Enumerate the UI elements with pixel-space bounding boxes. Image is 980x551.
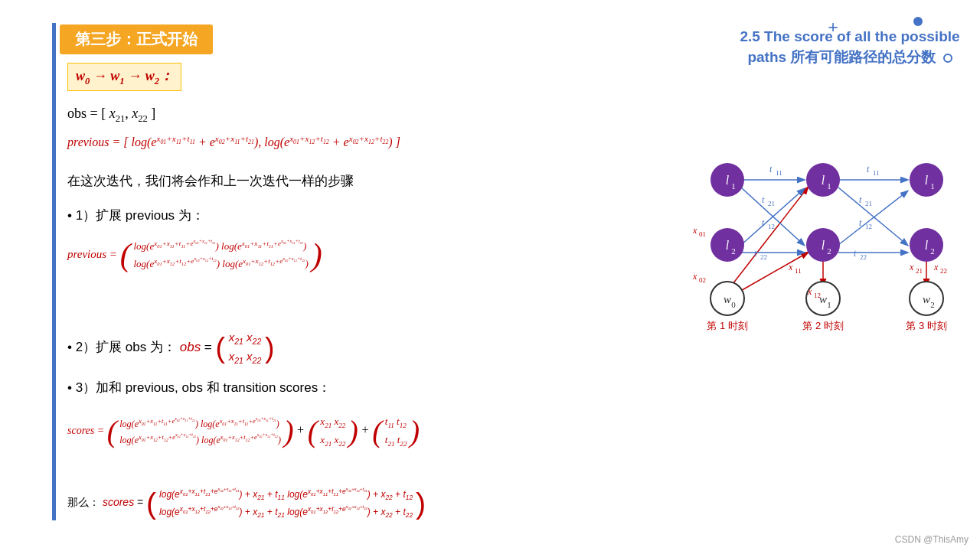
svg-text:t: t (762, 217, 765, 228)
svg-text:22: 22 (760, 253, 767, 261)
svg-text:x: x (807, 286, 812, 297)
svg-text:11: 11 (873, 169, 880, 177)
svg-text:2: 2 (731, 246, 736, 256)
svg-text:2: 2 (827, 246, 831, 256)
svg-text:21: 21 (865, 200, 872, 207)
svg-text:1: 1 (731, 181, 736, 191)
svg-text:1: 1 (827, 181, 831, 191)
svg-text:x: x (692, 225, 697, 236)
previous-line: previous = [ log(ex01+x11+t11 + ex02+x11… (67, 134, 400, 149)
svg-text:1: 1 (930, 181, 935, 191)
right-title-text: 2.5 The score of all the possible paths … (735, 27, 965, 67)
obs-line: obs = [ x21, x22 ] (67, 106, 155, 125)
svg-text:l: l (925, 239, 929, 252)
bullet-2-header: • 2）扩展 obs 为： obs = ( x21 x22 x21 x22 ) (67, 329, 274, 367)
svg-text:w: w (724, 293, 731, 305)
svg-text:第 3 时刻: 第 3 时刻 (906, 320, 946, 331)
svg-text:第 1 时刻: 第 1 时刻 (707, 320, 747, 331)
svg-text:x: x (692, 271, 697, 282)
w-sequence-label: w0 → w1 → w2： (67, 63, 181, 91)
svg-text:02: 02 (699, 276, 706, 284)
bullet-3-header: • 3）加和 previous, obs 和 transition scores… (67, 379, 331, 396)
previous-matrix-equation: previous = ( log(ex01+x11+t11+ex02+x11+t… (67, 237, 322, 272)
right-panel-title: 2.5 The score of all the possible paths … (735, 27, 965, 67)
left-accent-bar (52, 23, 56, 520)
bullet-1-header: • 1）扩展 previous 为： (67, 207, 204, 224)
w-sequence-text: w0 → w1 → w2： (76, 68, 173, 83)
svg-text:x: x (788, 262, 793, 272)
bullet-3-text: • 3）加和 previous, obs 和 transition scores… (67, 380, 331, 395)
iteration-description: 在这次迭代，我们将会作和上一次迭代一样的步骤 (67, 172, 354, 190)
svg-text:l: l (925, 174, 929, 187)
step-header: 第三步：正式开始 (60, 24, 213, 54)
svg-text:11: 11 (776, 169, 782, 177)
graph-diagram: l 1 l 2 l 1 l 2 l 1 l 2 w 0 w 1 w 2 t 11 (689, 103, 965, 341)
graph-svg: l 1 l 2 l 1 l 2 l 1 l 2 w 0 w 1 w 2 t 11 (689, 103, 965, 341)
svg-text:22: 22 (940, 267, 947, 275)
svg-text:11: 11 (795, 267, 802, 275)
svg-text:1: 1 (827, 300, 831, 309)
svg-text:l: l (726, 239, 730, 252)
svg-text:21: 21 (768, 200, 775, 207)
svg-text:第 2 时刻: 第 2 时刻 (802, 320, 843, 331)
scores-equation: scores = ( log(ex01+x11+t11+ex02+x11+t21… (67, 413, 420, 450)
dot-icon (913, 17, 923, 26)
svg-text:2: 2 (930, 246, 935, 256)
svg-text:l: l (822, 174, 825, 187)
svg-text:t: t (854, 248, 857, 259)
svg-text:t: t (762, 194, 765, 205)
svg-text:t: t (769, 164, 773, 174)
svg-text:t: t (867, 164, 870, 174)
svg-text:22: 22 (860, 253, 867, 261)
svg-text:l: l (726, 174, 730, 187)
iteration-text: 在这次迭代，我们将会作和上一次迭代一样的步骤 (67, 174, 354, 188)
watermark: CSDN @ThisAmy (895, 534, 969, 545)
circle-small (943, 54, 952, 63)
svg-text:01: 01 (699, 230, 706, 238)
svg-text:x: x (933, 262, 939, 272)
svg-text:l: l (822, 239, 825, 252)
step-label: 第三步：正式开始 (75, 31, 198, 47)
svg-text:21: 21 (916, 267, 923, 275)
svg-text:12: 12 (768, 223, 775, 230)
svg-text:2: 2 (930, 300, 935, 309)
svg-text:w: w (923, 293, 930, 305)
bullet-1-text: • 1）扩展 previous 为： (67, 208, 204, 223)
final-equation-line: 那么： scores = ( log(ex01+x11+t11+ex02+x11… (67, 486, 426, 520)
svg-text:0: 0 (731, 300, 736, 309)
svg-text:x: x (909, 262, 914, 272)
svg-text:12: 12 (814, 292, 821, 299)
svg-text:t: t (859, 194, 862, 205)
svg-text:12: 12 (865, 223, 872, 230)
